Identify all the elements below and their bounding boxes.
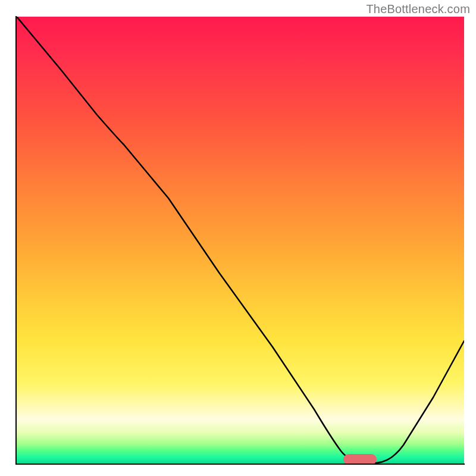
- watermark-text: TheBottleneck.com: [366, 2, 470, 16]
- bottleneck-curve-path: [17, 17, 464, 463]
- plot-area: [17, 17, 464, 464]
- bottleneck-chart: TheBottleneck.com: [0, 0, 476, 476]
- x-axis: [15, 464, 465, 465]
- curve-svg: [17, 17, 464, 464]
- y-axis: [15, 16, 17, 464]
